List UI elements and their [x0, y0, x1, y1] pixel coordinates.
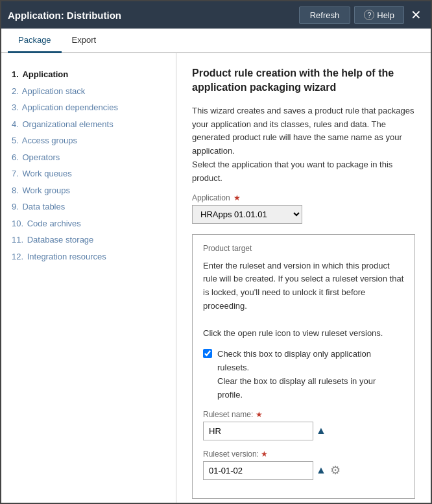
window-title: Application: Distribution [8, 10, 121, 21]
sidebar-label-organizational-elements[interactable]: Organizational elements [22, 119, 113, 129]
sidebar-label-application: Application [22, 69, 68, 79]
sidebar-item-database-storage[interactable]: 11. Database storage [12, 232, 165, 248]
title-bar-buttons: Refresh ? Help ✕ [299, 6, 424, 24]
help-icon: ? [364, 10, 374, 20]
application-select[interactable]: HRApps 01.01.01 [192, 205, 302, 224]
sidebar-label-database-storage[interactable]: Database storage [27, 235, 94, 245]
help-button[interactable]: ? Help [354, 6, 404, 24]
sidebar-item-access-groups[interactable]: 5. Access groups [12, 132, 165, 149]
product-target-section: Product target Enter the ruleset and ver… [192, 234, 415, 499]
sidebar-label-access-groups[interactable]: Access groups [22, 136, 77, 145]
sidebar-item-data-tables[interactable]: 9. Data tables [12, 198, 165, 215]
sidebar-label-integration-resources[interactable]: Integration resources [27, 252, 106, 261]
ruleset-name-input-wrapper: ▲ [203, 422, 404, 440]
sidebar-label-code-archives[interactable]: Code archives [27, 219, 81, 228]
main-content: 1. Application 2. Application stack 3. A… [1, 53, 431, 503]
ruleset-name-group: Ruleset name: ★ ▲ [203, 410, 404, 440]
ruleset-name-arrow-icon: ▲ [316, 425, 326, 437]
right-panel: Product rule creation with the help of t… [176, 53, 431, 503]
ruleset-name-input[interactable] [203, 422, 313, 440]
sidebar-item-operators[interactable]: 6. Operators [12, 149, 165, 166]
sidebar-label-application-dependencies[interactable]: Application dependencies [22, 102, 118, 112]
sidebar-item-application[interactable]: 1. Application [12, 66, 165, 83]
sidebar-item-application-dependencies[interactable]: 3. Application dependencies [12, 99, 165, 116]
sidebar-num-5: 5. [12, 136, 19, 145]
ruleset-version-label: Ruleset version: ★ [203, 450, 404, 459]
sidebar-num-11: 11. [12, 235, 23, 245]
ruleset-version-group: Ruleset version: ★ ▲ ⚙ [203, 450, 404, 480]
application-required-marker: ★ [234, 193, 241, 202]
panel-description: This wizard creates and saves a product … [192, 104, 415, 186]
sidebar-num-2: 2. [12, 86, 19, 96]
refresh-button[interactable]: Refresh [299, 6, 351, 24]
ruleset-version-required: ★ [261, 450, 268, 459]
sidebar-label-operators[interactable]: Operators [22, 152, 60, 162]
ruleset-name-label: Ruleset name: ★ [203, 410, 404, 419]
sidebar-item-code-archives[interactable]: 10. Code archives [12, 215, 165, 232]
tabs-bar: Package Export [1, 29, 431, 53]
sidebar-num-8: 8. [12, 186, 19, 195]
ruleset-name-required: ★ [256, 410, 263, 419]
sidebar-item-work-groups[interactable]: 8. Work groups [12, 182, 165, 199]
ruleset-version-settings-button[interactable]: ⚙ [329, 462, 342, 479]
sidebar: 1. Application 2. Application stack 3. A… [1, 53, 176, 503]
app-rulesets-checkbox[interactable] [203, 349, 212, 358]
sidebar-num-1: 1. [12, 69, 19, 79]
application-select-wrapper[interactable]: HRApps 01.01.01 [192, 205, 415, 224]
ruleset-version-input[interactable] [203, 461, 313, 480]
sidebar-label-work-groups[interactable]: Work groups [22, 186, 69, 195]
panel-title: Product rule creation with the help of t… [192, 66, 415, 95]
sidebar-label-work-queues[interactable]: Work queues [22, 169, 71, 178]
application-field-label: Application ★ [192, 193, 415, 202]
sidebar-item-application-stack[interactable]: 2. Application stack [12, 83, 165, 100]
ruleset-version-arrow-icon: ▲ [316, 464, 326, 476]
app-rulesets-checkbox-row: Check this box to display only applicati… [203, 348, 404, 402]
tab-export[interactable]: Export [62, 29, 107, 53]
sidebar-num-9: 9. [12, 202, 19, 211]
sidebar-label-data-tables[interactable]: Data tables [22, 202, 65, 211]
sidebar-num-12: 12. [12, 252, 23, 261]
help-label: Help [377, 10, 394, 20]
title-bar: Application: Distribution Refresh ? Help… [1, 1, 431, 29]
sidebar-item-work-queues[interactable]: 7. Work queues [12, 165, 165, 182]
main-window: Application: Distribution Refresh ? Help… [0, 0, 432, 504]
product-target-description: Enter the ruleset and version in which t… [203, 259, 404, 341]
sidebar-num-6: 6. [12, 152, 19, 162]
sidebar-item-integration-resources[interactable]: 12. Integration resources [12, 248, 165, 265]
product-target-title: Product target [203, 244, 404, 253]
sidebar-item-organizational-elements[interactable]: 4. Organizational elements [12, 116, 165, 133]
close-button[interactable]: ✕ [408, 7, 424, 23]
ruleset-version-input-wrapper: ▲ ⚙ [203, 461, 404, 480]
sidebar-num-7: 7. [12, 169, 19, 178]
sidebar-num-10: 10. [12, 219, 23, 228]
sidebar-num-3: 3. [12, 102, 19, 112]
sidebar-label-application-stack[interactable]: Application stack [22, 86, 86, 96]
checkbox-description: Check this box to display only applicati… [217, 348, 376, 402]
sidebar-num-4: 4. [12, 119, 19, 129]
tab-package[interactable]: Package [8, 29, 62, 53]
